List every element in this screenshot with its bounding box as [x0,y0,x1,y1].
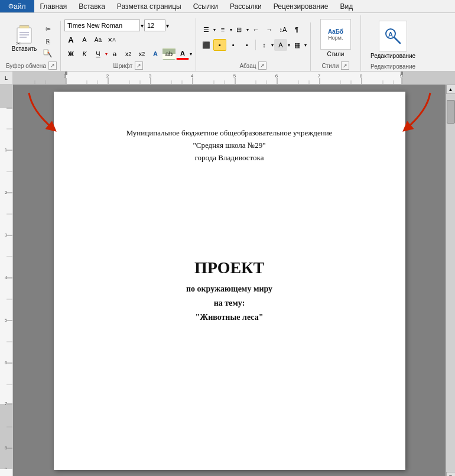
page-wrapper: Муниципальное бюджетное общеобразователь… [54,92,405,474]
bullet-dropdown[interactable]: ▾ [213,27,216,33]
font-name-dropdown[interactable]: ▾ [141,22,144,29]
styles-label: Стили [327,51,344,57]
strikethrough-button[interactable]: a [108,48,121,60]
menu-home[interactable]: Главная [34,0,73,12]
document-area[interactable]: Муниципальное бюджетное общеобразователь… [13,85,446,476]
format-painter-button[interactable] [41,48,54,60]
increase-indent-button[interactable]: → [263,24,276,35]
bullet-list-button[interactable]: ☰ [200,24,213,35]
svg-text:6: 6 [5,361,7,365]
multilevel-dropdown[interactable]: ▾ [246,27,249,33]
svg-rect-2 [20,26,29,28]
scroll-track[interactable] [446,94,455,472]
paragraph-controls: ☰ ▾ ≡ ▾ ⊞ ▾ ← → ↕A ¶ ⬛ ▪ ▪ ▪ [200,24,307,51]
scroll-thumb[interactable] [447,100,455,124]
font-size-input[interactable] [144,20,165,31]
font-color-button[interactable]: A [176,48,189,60]
scroll-up-button[interactable]: ▲ [446,85,456,94]
svg-rect-8 [44,50,48,54]
underline-dropdown[interactable]: ▾ [105,51,108,57]
justify-button[interactable]: ▪ [240,39,254,51]
line-spacing-dropdown[interactable]: ▾ [271,43,274,48]
font-group: ▾ ▾ A A Aa ✕A Ж К Ч ▾ a x2 [61,18,196,71]
svg-rect-53 [65,72,67,75]
align-right-button[interactable]: ▪ [227,39,240,51]
menu-view[interactable]: Вид [334,0,359,12]
paragraph-align-row: ⬛ ▪ ▪ ▪ ↕ ▾ A ▾ ▦ ▾ [200,39,307,51]
highlight-button[interactable]: ab [162,48,176,60]
align-left-button[interactable]: ⬛ [200,39,213,51]
svg-text:4: 4 [5,276,7,280]
paste-button[interactable]: ✂ Вставить [8,22,40,54]
svg-text:2: 2 [5,190,7,195]
menu-bar: Файл Главная Вставка Разметка страницы С… [0,0,455,13]
editing-content: A Редактирование [365,18,421,61]
paragraph-content: ☰ ▾ ≡ ▾ ⊞ ▾ ← → ↕A ¶ ⬛ ▪ ▪ ▪ [200,24,307,60]
menu-insert[interactable]: Вставка [73,0,111,12]
font-expand[interactable]: ↗ [135,61,143,70]
styles-expand[interactable]: ↗ [341,61,349,70]
clear-format-button[interactable]: ✕A [105,34,118,46]
copy-button[interactable]: ⎘ [41,35,54,47]
font-name-input[interactable] [64,20,140,31]
change-case-button[interactable]: Aa [92,34,105,46]
page-header: Муниципальное бюджетное общеобразователь… [95,127,364,164]
document-topic-label: на тему: [95,299,364,308]
styles-group-label: Стили ↗ [314,60,357,70]
vertical-scrollbar[interactable]: ▲ ▼ [446,85,455,476]
multilevel-list-button[interactable]: ⊞ [233,24,246,35]
svg-text:7: 7 [5,401,7,406]
italic-button[interactable]: К [78,48,91,60]
line-spacing-button[interactable]: ↕ [258,39,271,51]
svg-rect-54 [401,72,403,75]
svg-text:7: 7 [318,73,321,79]
svg-text:8: 8 [5,446,7,450]
svg-text:5: 5 [233,73,236,79]
superscript-button[interactable]: x2 [135,48,148,60]
numbered-dropdown[interactable]: ▾ [230,27,232,33]
border-button[interactable]: ▦ [291,39,304,51]
shading-button[interactable]: A [274,39,287,51]
paragraph-expand[interactable]: ↗ [258,61,266,70]
menu-review[interactable]: Рецензирование [268,0,334,12]
svg-text:9: 9 [5,467,7,469]
menu-file[interactable]: Файл [0,0,34,12]
align-center-button[interactable]: ▪ [213,39,226,51]
scroll-down-button[interactable]: ▼ [446,472,456,476]
svg-rect-15 [402,72,455,85]
border-dropdown[interactable]: ▾ [304,43,307,48]
clipboard-expand[interactable]: ↗ [48,61,57,70]
document-title: ПРОЕКТ [95,258,364,277]
menu-layout[interactable]: Разметка страницы [111,0,187,12]
svg-text:✂: ✂ [16,40,21,46]
font-color-dropdown[interactable]: ▾ [190,51,192,57]
decrease-indent-button[interactable]: ← [249,24,262,35]
shading-dropdown[interactable]: ▾ [288,43,290,48]
styles-button[interactable]: AaБб Норм. Стили [314,17,357,60]
editing-button[interactable]: A Редактирование [365,18,421,61]
grow-font-button[interactable]: A [64,34,77,46]
texteffects-button[interactable]: A [149,48,162,60]
bold-button[interactable]: Ж [64,48,77,60]
ruler-scale: 1 2 3 4 5 6 7 [13,72,455,84]
editing-label: Редактирование [370,53,415,59]
menu-references[interactable]: Ссылки [187,0,224,12]
font-style-row: Ж К Ч ▾ a x2 x2 A ab A ▾ [64,48,192,60]
underline-button[interactable]: Ч [92,48,105,60]
ruler-corner[interactable]: L [0,72,13,85]
header-line1: Муниципальное бюджетное общеобразователь… [95,127,364,140]
vertical-ruler-svg: 1 2 3 4 5 6 7 8 [0,85,13,469]
horizontal-ruler: L 1 2 3 4 5 [0,72,455,85]
font-label: Шрифт ↗ [64,60,192,70]
cut-button[interactable]: ✂ [41,23,54,35]
menu-mailings[interactable]: Рассылки [224,0,268,12]
sort-button[interactable]: ↕A [277,24,290,35]
paste-label: Вставить [12,46,37,52]
document-page[interactable]: Муниципальное бюджетное общеобразователь… [54,92,405,470]
shrink-font-button[interactable]: A [78,34,91,46]
show-marks-button[interactable]: ¶ [290,24,303,35]
font-size-dropdown[interactable]: ▾ [166,22,169,29]
subscript-button[interactable]: x2 [122,48,135,60]
font-content: ▾ ▾ A A Aa ✕A Ж К Ч ▾ a x2 [64,20,192,60]
numbered-list-button[interactable]: ≡ [216,24,229,35]
